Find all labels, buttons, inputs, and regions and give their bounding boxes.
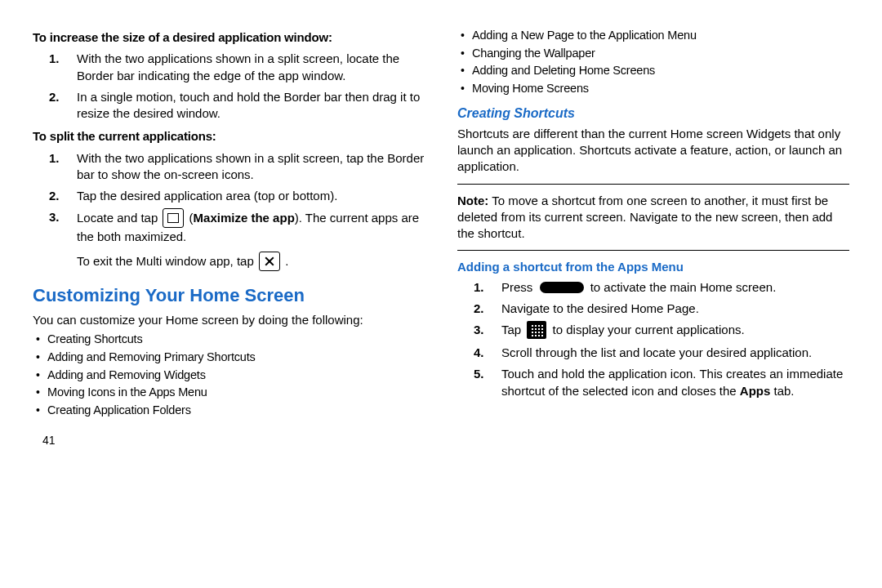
note-divider-top <box>457 184 849 185</box>
apps-grid-icon <box>527 321 546 339</box>
note-body-text: To move a shortcut from one screen to an… <box>457 194 832 241</box>
list-item: Adding and Removing Primary Shortcuts <box>36 350 425 366</box>
list-item: Creating Shortcuts <box>36 332 425 348</box>
adding-shortcut-steps: 1. Press to activate the main Home scree… <box>457 279 849 399</box>
list-item: Creating Application Folders <box>36 403 425 419</box>
step-1: Press to activate the main Home screen. <box>497 279 849 296</box>
step-4: Scroll through the list and locate your … <box>497 345 849 361</box>
split-steps-list: 1.With the two applications shown in a s… <box>33 150 425 246</box>
customize-list-continued: Adding a New Page to the Application Men… <box>457 28 849 96</box>
list-item: Adding a New Page to the Application Men… <box>461 28 849 44</box>
split-step-2: Tap the desired application area (top or… <box>72 188 425 204</box>
section-customizing-title: Customizing Your Home Screen <box>33 283 425 308</box>
increase-steps-list: 1.With the two applications shown in a s… <box>33 51 425 122</box>
customize-list: Creating Shortcuts Adding and Removing P… <box>33 332 425 418</box>
creating-shortcuts-paragraph: Shortcuts are different than the current… <box>457 126 849 176</box>
customize-intro: You can customize your Home screen by do… <box>33 312 425 328</box>
increase-step-1: With the two applications shown in a spl… <box>72 51 425 84</box>
close-icon <box>259 252 280 271</box>
note-block: Note: To move a shortcut from one screen… <box>457 193 849 243</box>
list-item: Changing the Wallpaper <box>461 46 849 62</box>
maximize-icon <box>163 208 184 228</box>
list-item: Adding and Deleting Home Screens <box>461 63 849 79</box>
increase-step-2: In a single motion, touch and hold the B… <box>72 89 425 122</box>
note-label: Note: <box>457 194 488 207</box>
list-item: Moving Icons in the Apps Menu <box>36 385 425 401</box>
heading-creating-shortcuts: Creating Shortcuts <box>457 105 849 122</box>
heading-adding-shortcut: Adding a shortcut from the Apps Menu <box>457 259 849 275</box>
list-item: Adding and Removing Widgets <box>36 368 425 384</box>
step-5: Touch and hold the application icon. Thi… <box>497 366 849 399</box>
home-button-icon <box>540 282 584 293</box>
step-3: Tap to display your current applications… <box>497 322 849 340</box>
split-step-3: Locate and tap (Maximize the app). The c… <box>72 209 425 245</box>
heading-increase-window: To increase the size of a desired applic… <box>33 29 425 46</box>
step-2: Navigate to the desired Home Page. <box>497 301 849 317</box>
list-item: Moving Home Screens <box>461 81 849 97</box>
page-number: 41 <box>33 433 425 448</box>
heading-split-apps: To split the current applications: <box>33 128 425 145</box>
exit-multiwindow-text: To exit the Multi window app, tap . <box>33 252 425 272</box>
split-step-1: With the two applications shown in a spl… <box>72 150 425 184</box>
note-divider-bottom <box>457 250 849 251</box>
right-column: Adding a New Page to the Application Men… <box>457 24 849 448</box>
left-column: To increase the size of a desired applic… <box>33 24 425 448</box>
